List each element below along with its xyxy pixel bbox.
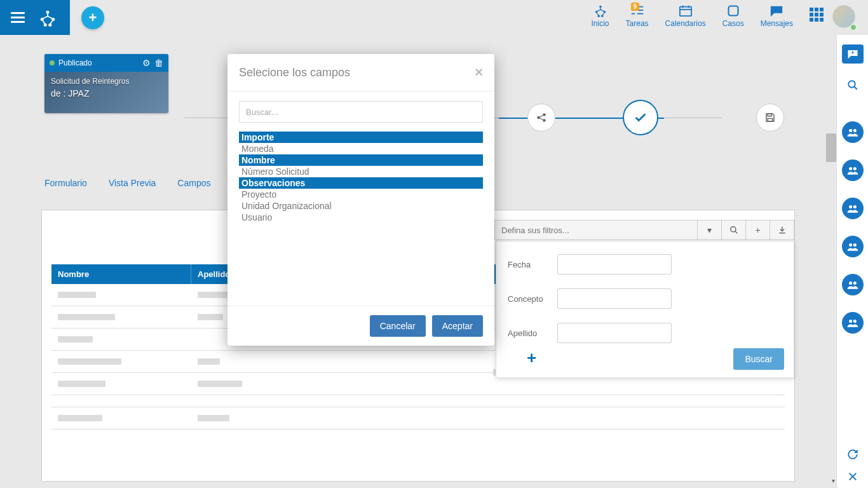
casos-icon [727,4,740,18]
svg-point-37 [730,227,735,232]
table-row[interactable] [51,395,785,407]
card-status: Publicado [58,58,92,67]
group-icon[interactable] [842,236,864,257]
right-sidebar: + [836,35,868,488]
tabs: Formulario Vista Previa Campos [44,178,211,193]
filter-download-icon[interactable] [770,220,794,240]
filter-panel: Fecha Concepto Apellido + Buscar [496,241,794,378]
svg-point-25 [853,205,856,208]
add-button[interactable]: + [81,6,104,29]
group-icon[interactable] [842,121,864,143]
nav-tareas[interactable]: 9 Tareas [626,4,649,28]
filter-field-concepto[interactable] [557,288,672,309]
field-picker-modal: Selecione los campos × ImporteMonedaNomb… [227,54,494,346]
svg-point-30 [849,320,852,323]
step-save[interactable] [756,104,784,132]
group-icon[interactable] [842,198,864,219]
field-item[interactable]: Número Solicitud [239,166,483,177]
nav-calendarios[interactable]: Calendarios [665,4,706,28]
group-icon[interactable] [842,159,864,181]
th-nombre[interactable]: Nombre [51,264,191,284]
sidebar-search-icon[interactable] [847,79,858,91]
svg-point-24 [849,205,852,208]
chat-add-icon[interactable]: + [842,44,864,64]
nav-inicio[interactable]: Inicio [592,4,609,28]
modal-title: Selecione los campos [239,66,350,79]
field-item[interactable]: Observaciones [239,177,483,189]
filter-search-button[interactable]: Buscar [733,348,784,370]
svg-point-27 [853,243,856,247]
filter-label-apellido: Apellido [508,329,557,338]
nav-mensajes[interactable]: Mensajes [761,4,793,28]
field-item[interactable]: Proyecto [239,189,483,200]
trash-icon[interactable]: 🗑 [154,58,163,68]
tab-vista-previa[interactable]: Vista Previa [109,178,156,193]
nav-apps[interactable] [810,4,824,22]
modal-body: ImporteMonedaNombreNúmero SolicitudObser… [227,92,494,306]
field-item[interactable]: Usuario [239,212,483,223]
nav-label: Casos [722,19,744,28]
svg-rect-36 [768,119,773,122]
card-header: Publicado ⚙ 🗑 [44,54,168,72]
nav-casos[interactable]: Casos [722,4,744,28]
apps-icon [810,8,824,22]
modal-header: Selecione los campos × [227,54,494,92]
tab-formulario[interactable]: Formulario [44,178,87,193]
svg-point-29 [853,281,856,285]
filter-field-fecha[interactable] [557,254,672,274]
nav-label: Tareas [626,19,649,28]
filter-label-concepto: Concepto [508,294,557,304]
form-card[interactable]: Publicado ⚙ 🗑 Solicitud de Reintegros de… [44,54,168,113]
field-item[interactable]: Importe [239,132,483,143]
calendar-icon [679,4,693,18]
svg-point-21 [853,129,856,132]
svg-rect-16 [680,7,691,17]
modal-search-input[interactable] [239,101,483,123]
svg-point-28 [849,281,852,285]
filter-dropdown-icon[interactable]: ▾ [698,220,722,240]
modal-footer: Cancelar Aceptar [227,306,494,346]
inicio-icon [593,4,607,18]
gear-icon[interactable]: ⚙ [142,58,151,68]
presence-dot [850,24,857,30]
filter-input[interactable] [494,220,698,240]
svg-text:+: + [851,50,854,56]
nav-label: Calendarios [665,19,706,28]
svg-rect-12 [631,13,635,15]
field-list: ImporteMonedaNombreNúmero SolicitudObser… [239,132,483,223]
filter-field-apellido[interactable] [557,323,672,343]
nav-label: Mensajes [761,19,793,28]
accept-button[interactable]: Aceptar [432,315,483,337]
svg-rect-17 [728,6,738,16]
svg-point-19 [848,81,855,88]
logo-icon[interactable] [35,5,60,30]
filter-add-icon[interactable]: + [746,220,770,240]
svg-point-22 [849,167,852,170]
svg-point-26 [849,243,852,247]
close-icon[interactable]: × [475,64,483,81]
close-icon[interactable] [848,471,858,482]
refresh-icon[interactable] [847,449,858,460]
field-item[interactable]: Moneda [239,143,483,154]
tab-campos[interactable]: Campos [177,178,210,193]
card-body: Solicitud de Reintegros de : JPAZ [44,72,168,104]
filter-search-icon[interactable] [722,220,746,240]
svg-point-0 [46,10,50,13]
topbar: + Inicio 9 Tareas Calendarios Casos [0,0,868,35]
filter-bar: ▾ + [494,220,794,240]
scroll-caret-down-icon[interactable]: ▾ [832,477,835,484]
topbar-brand [0,0,70,35]
field-item[interactable]: Unidad Organizacional [239,200,483,212]
menu-icon[interactable] [0,0,35,35]
group-icon[interactable] [842,312,864,334]
field-item[interactable]: Nombre [239,154,483,166]
status-dot [50,60,55,65]
topnav: Inicio 9 Tareas Calendarios Casos Mens [592,0,824,35]
cancel-button[interactable]: Cancelar [370,315,426,337]
table-row[interactable] [51,407,785,430]
step-share[interactable] [527,104,555,132]
scrollbar-thumb[interactable] [826,133,836,162]
step-check[interactable] [623,100,658,135]
svg-rect-35 [768,114,771,116]
group-icon[interactable] [842,274,864,295]
